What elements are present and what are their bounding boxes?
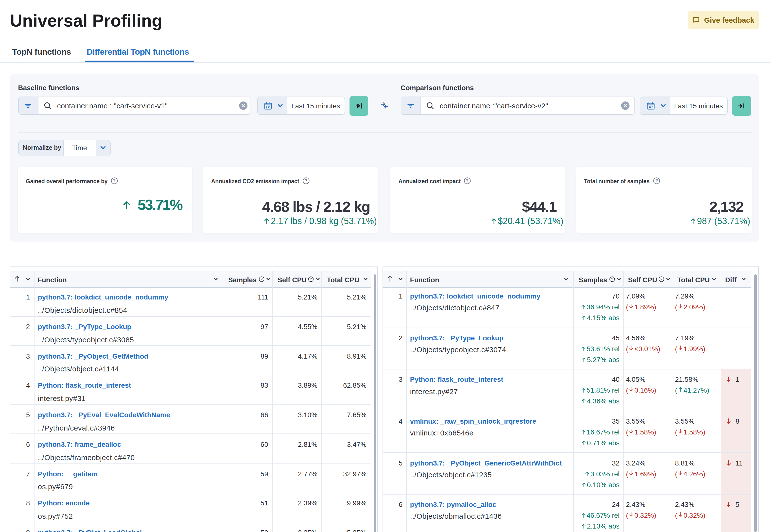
svg-text:?: ? bbox=[655, 178, 658, 183]
svg-text:?: ? bbox=[260, 277, 262, 281]
svg-text:?: ? bbox=[113, 178, 116, 183]
svg-text:?: ? bbox=[305, 178, 307, 183]
svg-text:?: ? bbox=[660, 277, 662, 281]
svg-text:?: ? bbox=[466, 178, 469, 183]
svg-text:?: ? bbox=[310, 277, 312, 281]
svg-text:?: ? bbox=[611, 277, 613, 281]
